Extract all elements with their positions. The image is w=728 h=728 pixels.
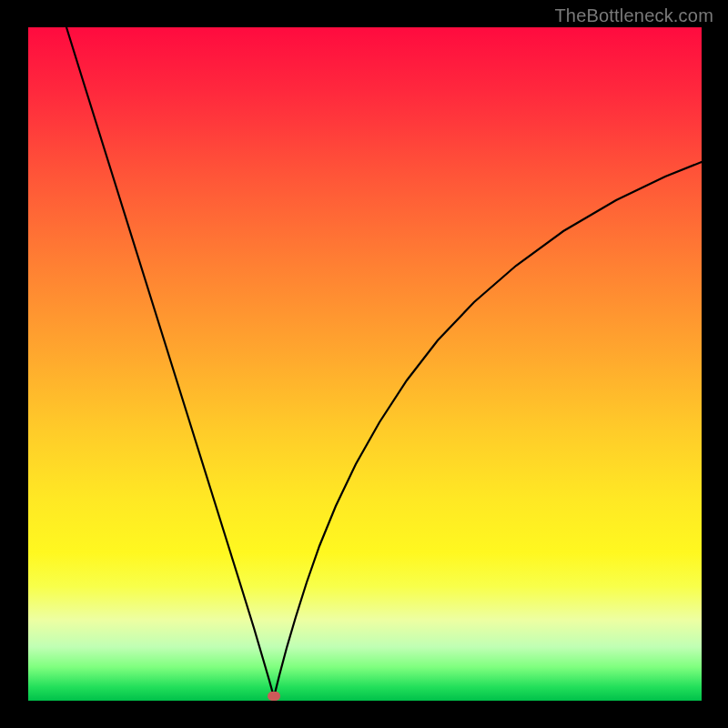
plot-area xyxy=(28,27,702,701)
curve-left-branch xyxy=(66,27,274,697)
optimal-point-marker xyxy=(268,692,280,701)
bottleneck-curve xyxy=(28,27,702,701)
curve-right-branch xyxy=(274,162,702,697)
watermark-text: TheBottleneck.com xyxy=(554,5,713,26)
chart-frame: TheBottleneck.com xyxy=(0,0,728,728)
